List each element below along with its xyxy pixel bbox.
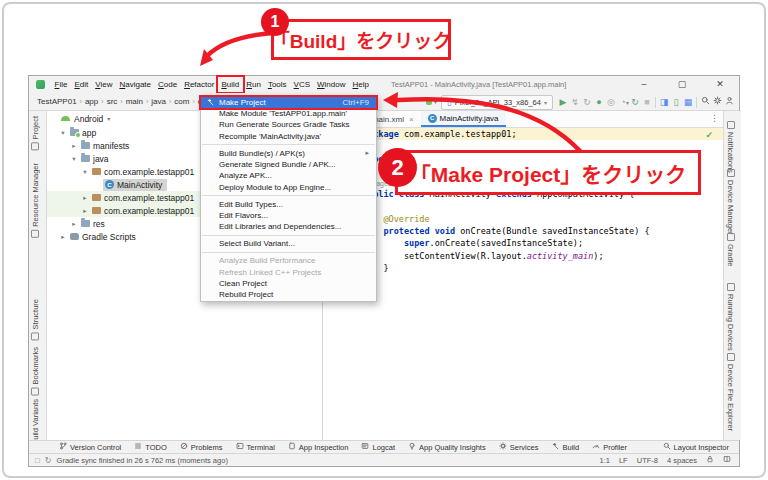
menubar-item-file[interactable]: File — [51, 77, 71, 92]
menu-item-clean-project[interactable]: Clean Project — [201, 278, 376, 289]
breadcrumb-item-main[interactable]: main — [126, 97, 143, 106]
close-button[interactable]: ✕ — [701, 76, 739, 93]
menu-item-edit-flavors[interactable]: Edit Flavors... — [201, 210, 376, 221]
menu-item-select-build-variant[interactable]: Select Build Variant... — [201, 238, 376, 249]
menubar-item-help[interactable]: Help — [349, 77, 372, 92]
tool-window-button-profiler[interactable]: Profiler — [592, 442, 627, 452]
breadcrumb-item-testapp01[interactable]: TestAPP01 — [37, 97, 77, 106]
menu-item-make-module-testapp01-app-main[interactable]: Make Module 'TestAPP01.app.main' — [201, 108, 376, 119]
menu-item-label: Analyze Build Performance — [219, 256, 369, 265]
tool-window-button-services[interactable]: Services — [499, 442, 539, 452]
sdk-manager-icon[interactable]: ▦ — [682, 93, 694, 111]
maximize-button[interactable]: ▢ — [663, 76, 701, 93]
tool-window-button-problems[interactable]: Problems — [180, 442, 223, 452]
chevron-right-icon[interactable]: ▸ — [59, 233, 67, 241]
breadcrumb-item-java[interactable]: java — [151, 97, 166, 106]
debug-icon[interactable]: ● — [593, 93, 605, 111]
tool-stripe-device-file-explorer[interactable]: Device File Explorer — [726, 353, 735, 431]
search-everywhere-icon[interactable] — [699, 93, 711, 111]
tab-mainactivity-java[interactable]: CMainActivity.java — [421, 111, 506, 127]
tool-stripe-device-manager[interactable]: Device Manager — [726, 169, 735, 235]
menu-item-generate-signed-bundle-apk[interactable]: Generate Signed Bundle / APK... — [201, 159, 376, 170]
breadcrumb-item-src[interactable]: src — [107, 97, 118, 106]
chevron-right-icon[interactable]: ▸ — [81, 194, 89, 202]
menu-item-build-bundle-s-apk-s[interactable]: Build Bundle(s) / APK(s)▸ — [201, 147, 376, 158]
menubar-item-vcs[interactable]: VCS — [290, 77, 313, 92]
tool-window-button-version-control[interactable]: Version Control — [59, 442, 121, 452]
tool-window-button-todo[interactable]: TODO — [134, 442, 167, 452]
toolbar-icons: ▶↯↻●◎◔▾↻■◨▯▦ — [557, 93, 735, 111]
tool-window-button-layout-inspector[interactable]: Layout Inspector — [663, 442, 729, 452]
menu-item-rebuild-project[interactable]: Rebuild Project — [201, 289, 376, 300]
line-ending[interactable]: LF — [619, 456, 628, 465]
stop-icon[interactable]: ■ — [641, 93, 653, 111]
tool-window-button-build[interactable]: Build — [551, 442, 579, 452]
attach-debugger-icon[interactable]: ◨ — [658, 93, 670, 111]
menu-item-deploy-module-to-app-engine[interactable]: Deploy Module to App Engine... — [201, 181, 376, 192]
apply-code-changes-icon[interactable]: ↻ — [581, 93, 593, 111]
breadcrumb-item-com[interactable]: com — [174, 97, 189, 106]
menubar-item-tools[interactable]: Tools — [264, 77, 290, 92]
breadcrumb: TestAPP01›app›src›main›java›com›example — [29, 97, 228, 106]
menu-item-edit-libraries-and-dependencies[interactable]: Edit Libraries and Dependencies... — [201, 221, 376, 232]
tool-window-button-terminal[interactable]: Terminal — [236, 442, 275, 452]
chevron-right-icon[interactable]: ▸ — [70, 220, 78, 228]
kebab-menu-icon[interactable]: ⋮ — [710, 113, 719, 123]
tool-stripe-gradle[interactable]: Gradle — [726, 233, 735, 267]
minimize-button[interactable]: – — [625, 76, 663, 93]
chevron-right-icon[interactable]: ▸ — [70, 142, 78, 150]
menu-item-edit-build-types[interactable]: Edit Build Types... — [201, 198, 376, 209]
menu-item-run-generate-sources-gradle-tasks[interactable]: Run Generate Sources Gradle Tasks — [201, 119, 376, 130]
menubar-item-code[interactable]: Code — [155, 77, 181, 92]
menu-item-analyze-apk[interactable]: Analyze APK... — [201, 170, 376, 181]
menubar-item-run[interactable]: Run — [243, 77, 265, 92]
caret-position[interactable]: 1:1 — [600, 456, 610, 465]
menu-item-recompile-mainactivity-java[interactable]: Recompile 'MainActivity.java' — [201, 130, 376, 141]
menu-item-label: Edit Libraries and Dependencies... — [219, 222, 369, 231]
apply-changes-icon[interactable]: ↯ — [569, 93, 581, 111]
breadcrumb-item-app[interactable]: app — [85, 97, 98, 106]
tool-stripe-running-devices[interactable]: Running Devices — [726, 283, 735, 351]
run-configuration-dropdown[interactable]: ▾ — [426, 98, 438, 106]
tool-stripe-bookmarks[interactable]: Bookmarks — [31, 347, 40, 396]
toolbar-separator — [655, 97, 656, 108]
menubar-item-refactor[interactable]: Refactor — [181, 77, 218, 92]
device-manager-icon[interactable]: ▯ — [670, 93, 682, 111]
chevron-down-icon: ▾ — [434, 98, 438, 106]
menubar-item-window[interactable]: Window — [314, 77, 349, 92]
breadcrumb-separator: › — [169, 98, 171, 105]
settings-icon[interactable] — [711, 93, 723, 111]
chevron-right-icon[interactable]: ▸ — [81, 207, 89, 215]
tool-stripe-project[interactable]: Project — [31, 116, 40, 150]
lock-icon[interactable] — [706, 455, 714, 465]
file-encoding[interactable]: UTF-8 — [637, 456, 658, 465]
chevron-down-icon[interactable]: ▾ — [59, 129, 67, 137]
chevron-down-icon[interactable]: ▾ — [70, 155, 78, 163]
menu-item-make-project[interactable]: Make ProjectCtrl+F9 — [201, 97, 376, 108]
tool-window-toggle-icon[interactable]: □ — [35, 456, 40, 465]
tool-stripe-label: Bookmarks — [31, 347, 40, 385]
sync-project-icon[interactable]: ↻ — [629, 93, 641, 111]
sync-refresh-icon[interactable]: ↻ — [45, 456, 52, 465]
menubar-item-view[interactable]: View — [92, 77, 116, 92]
tool-window-button-app-inspection[interactable]: App Inspection — [288, 442, 349, 452]
menubar-item-edit[interactable]: Edit — [71, 77, 92, 92]
close-icon[interactable]: × — [409, 115, 414, 124]
tool-window-button-logcat[interactable]: Logcat — [361, 442, 395, 452]
chevron-down-icon[interactable]: ▾ — [81, 168, 89, 176]
tool-stripe-notifications[interactable]: Notifications — [726, 121, 735, 173]
reader-mode-icon[interactable] — [723, 455, 731, 465]
menubar-item-build[interactable]: Build — [218, 77, 243, 92]
device-selector-dropdown[interactable]: ▯ Pixel_3a_API_33_x86_64 ▾ — [441, 95, 553, 110]
tool-stripe-resource-manager[interactable]: Resource Manager — [31, 163, 40, 238]
coverage-icon[interactable]: ◎ — [605, 93, 617, 111]
tool-window-button-label: Services — [510, 443, 539, 452]
code-token: com.example.testapp01; — [399, 129, 517, 139]
tool-window-button-app-quality-insights[interactable]: App Quality Insights — [408, 442, 486, 452]
run-icon[interactable]: ▶ — [557, 93, 569, 111]
menubar-item-navigate[interactable]: Navigate — [116, 77, 155, 92]
indent-setting[interactable]: 4 spaces — [667, 456, 697, 465]
device-manager-icon — [727, 169, 735, 177]
tool-stripe-structure[interactable]: Structure — [31, 299, 40, 340]
profile-avatar-icon[interactable] — [723, 93, 735, 111]
